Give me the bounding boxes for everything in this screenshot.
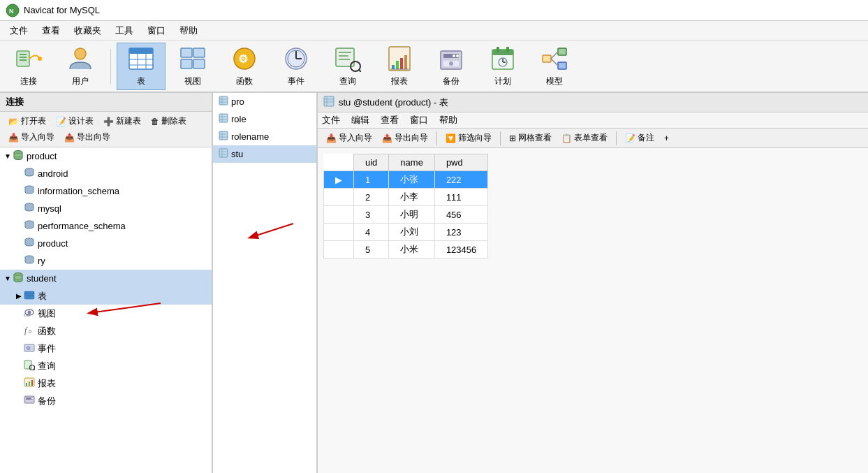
db-icon-perf [24,219,35,233]
table-item-role[interactable]: role [213,110,316,128]
toolbar-query[interactable]: 查询 [323,43,372,90]
menu-view[interactable]: 查看 [35,22,67,40]
table-row[interactable]: ▶1小张222 [324,171,488,189]
delete-table-btn[interactable]: 🗑 删除表 [147,114,191,129]
menu-window[interactable]: 窗口 [140,22,172,40]
svg-line-53 [551,59,558,66]
toolbar-user[interactable]: 用户 [56,43,105,90]
cell-uid[interactable]: 3 [354,206,389,224]
svg-rect-34 [404,55,407,69]
toolbar-event[interactable]: 事件 [272,43,321,90]
svg-rect-36 [441,51,462,69]
db-icon-product [24,237,35,250]
toolbar-report[interactable]: 报表 [375,43,424,90]
right-menu-window[interactable]: 窗口 [410,114,428,126]
table-row[interactable]: 4小刘123 [324,224,488,241]
table-row[interactable]: 2小李111 [324,189,488,206]
tree-label-chaxun: 查询 [38,360,56,372]
func-folder-icon: f 0 [24,324,35,337]
table-item-stu[interactable]: stu [213,145,316,163]
right-menu-help[interactable]: 帮助 [439,114,457,126]
tree-label-biao: 表 [38,290,47,303]
cell-name[interactable]: 小米 [389,241,435,259]
tree-label-mysql: mysql [38,203,61,214]
svg-rect-16 [181,59,192,68]
tree-item-biao[interactable]: ▶ 表 [0,287,212,305]
right-menu-edit[interactable]: 编辑 [351,114,369,126]
right-export-icon: 📤 [382,133,392,143]
toolbar-model[interactable]: 模型 [530,43,579,90]
toolbar-table[interactable]: 表 [117,43,165,90]
cell-name[interactable]: 小张 [389,171,435,189]
toolbar-plan[interactable]: 计划 [478,43,527,90]
cell-name[interactable]: 小李 [389,189,435,206]
svg-rect-81 [29,381,30,386]
right-title-bar: stu @student (product) - 表 [318,93,868,112]
cell-uid[interactable]: 5 [354,241,389,259]
tree-expand-product[interactable]: ▼ [3,152,13,160]
tree-item-android[interactable]: android [0,165,212,182]
toolbar-func[interactable]: ⚙ 函数 [220,43,269,90]
new-table-btn[interactable]: ➕ 新建表 [99,114,145,129]
right-menu-view[interactable]: 查看 [381,114,399,126]
tree-expand-student[interactable]: ▼ [3,275,13,282]
tree-item-shijian[interactable]: ⚙ 事件 [0,340,212,357]
tree-label-shitu: 视图 [38,307,56,320]
table-item-rolename[interactable]: rolename [213,128,316,145]
toolbar-view[interactable]: 视图 [168,43,217,90]
tree-item-info-schema[interactable]: information_schema [0,182,212,200]
right-export-btn[interactable]: 📤 导出向导 [378,131,432,145]
tree-item-shitu[interactable]: oo 视图 [0,305,212,322]
right-import-btn[interactable]: 📥 导入向导 [322,131,376,145]
tree-item-chaxun[interactable]: 查询 [0,357,212,374]
tree-item-mysql[interactable]: mysql [0,200,212,217]
menu-file[interactable]: 文件 [3,22,35,40]
export-wizard-btn[interactable]: 📤 导出向导 [60,130,115,145]
tree-item-perf-schema[interactable]: performance_schema [0,217,212,235]
cell-pwd[interactable]: 222 [434,171,487,189]
table-item-icon-role [219,113,228,125]
table-item-pro[interactable]: pro [213,93,316,110]
import-wizard-btn[interactable]: 📥 导入向导 [4,130,59,145]
menu-tools[interactable]: 工具 [108,22,140,40]
tree-item-baobiao[interactable]: 报表 [0,374,212,392]
right-menu-file[interactable]: 文件 [322,114,340,126]
menu-help[interactable]: 帮助 [172,22,205,40]
tree-item-beifen[interactable]: 备份 [0,392,212,409]
toolbar-connect[interactable]: 连接 [4,43,53,90]
tree-item-hanshu[interactable]: f 0 函数 [0,322,212,340]
cell-pwd[interactable]: 111 [434,189,487,206]
tree-item-student-db[interactable]: ▼ student [0,270,212,287]
cell-uid[interactable]: 4 [354,224,389,241]
cell-uid[interactable]: 2 [354,189,389,206]
event-icon [282,45,310,73]
toolbar-backup[interactable]: 备份 [427,43,476,90]
menu-favorites[interactable]: 收藏夹 [67,22,108,40]
cell-pwd[interactable]: 123456 [434,241,487,259]
func-icon: ⚙ [230,45,258,73]
design-table-btn[interactable]: 📝 设计表 [52,114,98,129]
right-grid-btn[interactable]: ⊞ 网格查看 [505,131,556,145]
tree-area: ▼ product [0,147,212,473]
table-row[interactable]: 3小明456 [324,206,488,224]
tree-item-ry[interactable]: ry [0,252,212,270]
right-filter-btn[interactable]: 🔽 筛选向导 [441,131,496,145]
svg-point-85 [31,398,33,400]
open-table-btn[interactable]: 📂 打开表 [4,114,50,129]
cell-pwd[interactable]: 456 [434,206,487,224]
right-note-btn[interactable]: 📝 备注 [621,131,659,145]
table-row[interactable]: 5小米123456 [324,241,488,259]
cell-name[interactable]: 小明 [389,206,435,224]
cell-name[interactable]: 小刘 [389,224,435,241]
cell-pwd[interactable]: 123 [434,224,487,241]
tree-expand-biao[interactable]: ▶ [14,292,24,300]
right-form-btn[interactable]: 📋 表单查看 [557,131,612,145]
tree-item-product[interactable]: product [0,235,212,252]
right-add-btn[interactable]: + [660,132,673,145]
menu-bar: 文件 查看 收藏夹 工具 窗口 帮助 [0,21,868,41]
cell-uid[interactable]: 1 [354,171,389,189]
db-icon-student [13,272,24,285]
tree-item-product-db[interactable]: ▼ product [0,147,212,165]
svg-rect-15 [193,48,205,57]
svg-rect-94 [219,131,228,140]
